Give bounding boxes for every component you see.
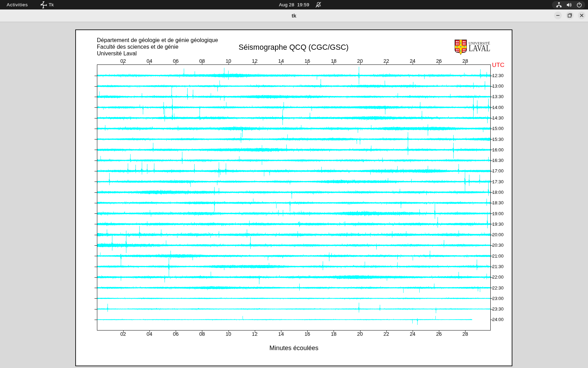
- svg-text:UTC: UTC: [492, 61, 505, 68]
- svg-text:18: 18: [331, 331, 336, 337]
- svg-text:16: 16: [304, 58, 310, 64]
- svg-text:28: 28: [462, 331, 468, 337]
- svg-text:24: 24: [410, 331, 415, 337]
- svg-text:18:30: 18:30: [492, 200, 504, 205]
- svg-text:04: 04: [147, 331, 152, 337]
- svg-text:Département de géologie et de: Département de géologie et de génie géol…: [97, 37, 218, 43]
- svg-text:21:00: 21:00: [492, 253, 504, 259]
- svg-text:18: 18: [331, 58, 336, 64]
- svg-text:22: 22: [384, 331, 389, 337]
- svg-text:16: 16: [304, 331, 310, 337]
- svg-text:24:00: 24:00: [492, 317, 504, 322]
- svg-text:06: 06: [173, 331, 178, 337]
- svg-text:24: 24: [410, 58, 415, 64]
- svg-text:20:30: 20:30: [492, 243, 504, 248]
- svg-text:22: 22: [384, 58, 389, 64]
- svg-text:Faculté des sciences et de gén: Faculté des sciences et de génie: [97, 44, 178, 50]
- svg-text:16:00: 16:00: [492, 147, 504, 152]
- svg-text:14: 14: [278, 331, 284, 337]
- svg-text:19:00: 19:00: [492, 211, 504, 216]
- svg-text:Minutes écoulées: Minutes écoulées: [270, 345, 318, 352]
- svg-text:14: 14: [278, 58, 284, 64]
- svg-text:21:30: 21:30: [492, 264, 504, 269]
- svg-text:13:00: 13:00: [492, 83, 504, 89]
- svg-text:15:30: 15:30: [492, 137, 504, 142]
- svg-text:02: 02: [120, 58, 126, 64]
- svg-text:Université Laval: Université Laval: [97, 50, 137, 56]
- svg-text:28: 28: [462, 58, 468, 64]
- svg-text:14:00: 14:00: [492, 105, 504, 110]
- svg-text:14:30: 14:30: [492, 115, 504, 121]
- svg-text:20:00: 20:00: [492, 232, 504, 237]
- svg-text:20: 20: [357, 331, 363, 337]
- svg-text:17:00: 17:00: [492, 168, 504, 173]
- svg-text:04: 04: [147, 58, 152, 64]
- svg-text:08: 08: [199, 58, 205, 64]
- svg-text:20: 20: [357, 58, 363, 64]
- svg-text:Séismographe QCQ (CGC/GSC): Séismographe QCQ (CGC/GSC): [239, 43, 349, 52]
- svg-text:12: 12: [252, 58, 258, 64]
- svg-text:12:30: 12:30: [492, 73, 504, 78]
- svg-text:02: 02: [120, 331, 126, 337]
- svg-text:17:30: 17:30: [492, 179, 504, 184]
- svg-text:15:00: 15:00: [492, 126, 504, 131]
- svg-text:26: 26: [436, 331, 442, 337]
- svg-text:22:00: 22:00: [492, 274, 504, 280]
- svg-text:LAVAL: LAVAL: [469, 43, 490, 53]
- svg-text:12: 12: [252, 331, 258, 337]
- svg-text:06: 06: [173, 58, 178, 64]
- svg-text:16:30: 16:30: [492, 158, 504, 163]
- svg-text:23:00: 23:00: [492, 296, 504, 301]
- svg-text:08: 08: [199, 331, 205, 337]
- svg-text:22:30: 22:30: [492, 285, 504, 291]
- svg-text:19:30: 19:30: [492, 222, 504, 227]
- svg-text:13:30: 13:30: [492, 94, 504, 99]
- svg-text:10: 10: [225, 58, 231, 64]
- svg-text:18:00: 18:00: [492, 190, 504, 195]
- svg-text:10: 10: [225, 331, 231, 337]
- svg-text:26: 26: [436, 58, 442, 64]
- svg-text:23:30: 23:30: [492, 306, 504, 312]
